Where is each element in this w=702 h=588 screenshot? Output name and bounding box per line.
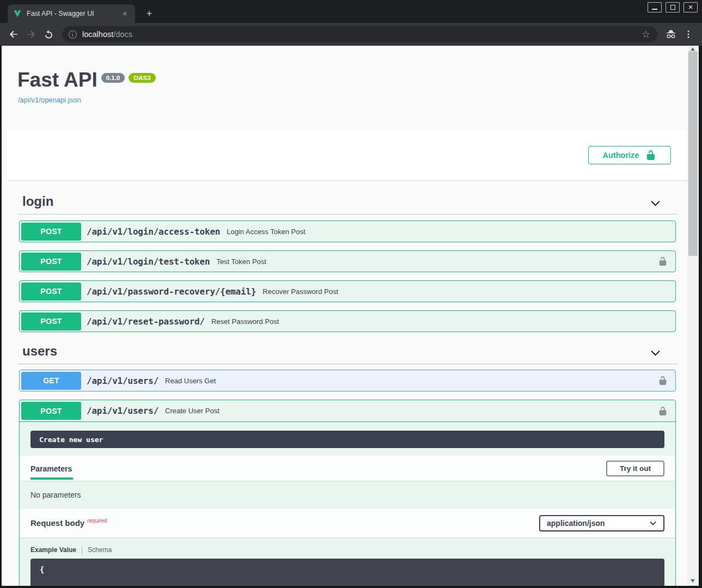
swagger-content: Fast API 0.1.0 OAS3 /api/v1/openapi.json… <box>2 46 687 586</box>
method-badge: POST <box>21 313 81 330</box>
page-title: Fast API <box>17 70 97 91</box>
bookmark-star-icon[interactable]: ☆ <box>638 26 654 42</box>
endpoint-row-access-token[interactable]: POST /api/v1/login/access-token Login Ac… <box>19 220 676 242</box>
window-controls: ✕ <box>648 2 698 13</box>
url-path: /docs <box>113 30 132 39</box>
browser-tab[interactable]: Fast API - Swagger UI × <box>8 4 135 23</box>
method-badge: POST <box>21 402 81 420</box>
endpoint-summary: Login Access Token Post <box>227 228 305 236</box>
browser-menu-button[interactable] <box>680 26 697 42</box>
url-bar[interactable]: i localhost/docs ☆ <box>62 26 657 42</box>
unlocked-padlock-icon <box>645 150 656 161</box>
section-divider <box>17 214 677 215</box>
method-badge: POST <box>21 253 81 271</box>
section-divider <box>17 364 677 364</box>
chevron-down-icon <box>649 520 657 526</box>
scrollbar-thumb[interactable] <box>688 51 698 256</box>
reload-button[interactable] <box>40 26 57 42</box>
parameters-tab: Parameters <box>30 457 72 480</box>
request-body-header: Request body required application/json <box>20 509 675 537</box>
site-info-icon[interactable]: i <box>69 30 77 39</box>
unlocked-padlock-icon <box>658 376 668 385</box>
scheme-container: Authorize <box>7 129 687 180</box>
endpoint-row-test-token[interactable]: POST /api/v1/login/test-token Test Token… <box>19 250 676 272</box>
url-host: localhost <box>82 30 113 39</box>
close-icon: ✕ <box>688 4 693 10</box>
endpoint-summary: Read Users Get <box>165 377 216 385</box>
endpoint-path: /api/v1/reset-password/ <box>87 316 205 327</box>
method-badge: GET <box>21 372 81 390</box>
openapi-spec-link[interactable]: /api/v1/openapi.json <box>18 96 81 104</box>
back-arrow-icon <box>8 29 19 40</box>
chevron-down-icon <box>650 199 661 208</box>
tab-title: Fast API - Swagger UI <box>27 10 115 17</box>
endpoint-summary: Test Token Post <box>216 258 266 266</box>
section-collapse-login[interactable] <box>650 199 661 208</box>
tab-close-icon[interactable]: × <box>120 9 130 19</box>
page-scrollbar[interactable] <box>687 46 699 586</box>
endpoint-row-create-user[interactable]: POST /api/v1/users/ Create User Post <box>20 400 675 422</box>
request-body-label: Request body <box>30 518 84 528</box>
no-parameters-text: No parameters <box>20 481 675 509</box>
url-text: localhost/docs <box>82 30 632 39</box>
endpoint-path: /api/v1/password-recovery/{email} <box>87 286 256 297</box>
auth-lock-button[interactable] <box>658 406 668 416</box>
endpoint-path: /api/v1/login/test-token <box>87 256 210 267</box>
favicon-fastapi-icon <box>13 9 22 18</box>
tab-example-value[interactable]: Example Value <box>30 546 76 554</box>
content-type-value: application/json <box>547 519 605 528</box>
minimize-button[interactable] <box>648 2 662 13</box>
incognito-indicator <box>663 26 679 42</box>
section-header-login[interactable]: login <box>22 194 53 209</box>
endpoint-summary: Create User Post <box>165 407 219 415</box>
scrollbar-down-arrow[interactable] <box>691 579 695 583</box>
endpoint-summary: Recover Password Post <box>263 287 338 296</box>
endpoint-path: /api/v1/login/access-token <box>87 226 220 237</box>
endpoint-row-password-recovery[interactable]: POST /api/v1/password-recovery/{email} R… <box>19 280 676 302</box>
maximize-icon <box>670 5 675 10</box>
tab-schema[interactable]: Schema <box>88 546 112 554</box>
endpoint-expanded-create-user: POST /api/v1/users/ Create User Post Cre… <box>19 400 676 586</box>
authorize-button[interactable]: Authorize <box>588 146 671 164</box>
api-info: Fast API 0.1.0 OAS3 <box>17 70 156 91</box>
oas3-badge: OAS3 <box>129 73 155 83</box>
endpoint-summary: Reset Password Post <box>211 317 279 326</box>
swagger-page: Fast API 0.1.0 OAS3 /api/v1/openapi.json… <box>2 46 699 586</box>
authorize-label: Authorize <box>603 151 639 160</box>
section-collapse-users[interactable] <box>650 349 661 358</box>
forward-arrow-icon <box>26 29 36 40</box>
unlocked-padlock-icon <box>658 406 668 416</box>
scrollbar-up-arrow[interactable] <box>691 47 695 51</box>
try-it-out-button[interactable]: Try it out <box>606 461 664 476</box>
endpoint-path: /api/v1/users/ <box>87 406 158 416</box>
browser-toolbar: i localhost/docs ☆ <box>0 23 702 46</box>
endpoint-row-reset-password[interactable]: POST /api/v1/reset-password/ Reset Passw… <box>19 310 676 332</box>
auth-lock-button[interactable] <box>658 256 668 266</box>
model-example-tabs: Example Value Schema <box>20 537 675 559</box>
section-header-users[interactable]: users <box>22 344 57 359</box>
incognito-icon <box>665 29 677 40</box>
content-type-select[interactable]: application/json <box>539 515 664 531</box>
method-badge: POST <box>21 223 81 241</box>
minimize-icon <box>652 9 657 10</box>
unlocked-padlock-icon <box>658 256 668 266</box>
auth-lock-button[interactable] <box>658 376 668 385</box>
chevron-down-icon <box>650 349 661 358</box>
reload-icon <box>44 29 54 40</box>
parameters-header: Parameters Try it out <box>20 456 675 481</box>
operation-description: Create new user <box>30 431 664 448</box>
endpoint-row-read-users[interactable]: GET /api/v1/users/ Read Users Get <box>19 370 676 391</box>
three-dot-menu-icon <box>683 29 693 39</box>
tab-separator <box>82 546 82 554</box>
back-button[interactable] <box>5 26 22 42</box>
browser-tab-bar: Fast API - Swagger UI × + ✕ <box>0 0 702 23</box>
forward-button[interactable] <box>23 26 39 42</box>
new-tab-button[interactable]: + <box>143 7 156 20</box>
endpoint-path: /api/v1/users/ <box>87 376 158 386</box>
example-code-block: { <box>30 559 664 586</box>
maximize-button[interactable] <box>666 2 680 13</box>
required-badge: required <box>87 518 107 524</box>
method-badge: POST <box>21 283 81 301</box>
close-button[interactable]: ✕ <box>683 2 698 13</box>
version-badge: 0.1.0 <box>101 73 125 83</box>
